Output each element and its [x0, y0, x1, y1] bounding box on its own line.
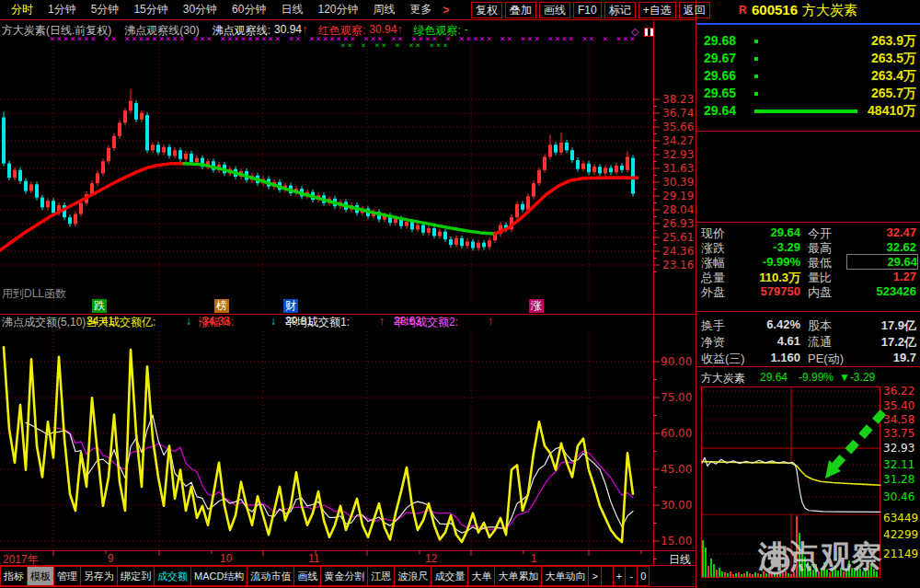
quote-label: 流通	[808, 334, 832, 351]
x-axis-tick-label: 12	[425, 552, 437, 565]
stock-name[interactable]: 方大炭素	[802, 2, 857, 19]
orderbook-volume-bar	[754, 57, 758, 61]
toolbar-button[interactable]: -	[625, 566, 638, 586]
toolbar-button[interactable]: 流动市值	[247, 566, 294, 586]
trading-app-window: 分时1分钟5分钟15分钟30分钟60分钟日线120分钟周线更多> 复权叠加画线F…	[0, 0, 920, 588]
menu-buttons: 复权叠加画线F10标记+自选返回	[471, 1, 713, 18]
main-axis-tick-label: 36.74	[662, 107, 694, 120]
menu-button[interactable]: F10	[573, 2, 602, 18]
orderbook-price[interactable]: 29.67	[704, 51, 736, 65]
toolbar-button[interactable]: 成交额	[154, 566, 191, 586]
toolbar-button[interactable]: 大单动向	[541, 566, 589, 586]
mini-price-tick-label: 30.46	[883, 490, 914, 503]
window-split-icon[interactable]	[644, 28, 654, 37]
x-axis-tick-label: 11	[308, 552, 319, 565]
toolbar-blank-cell[interactable]	[601, 566, 614, 586]
main-axis-tick-label: 34.27	[662, 134, 694, 147]
mini-chart-pct: -9.99%	[799, 371, 834, 384]
main-axis-tick-label: 38.23	[662, 93, 694, 106]
mini-price-tick-label: 32.93	[883, 442, 914, 455]
x-axis-tick-label: 1	[531, 552, 537, 565]
toolbar-button[interactable]: 0	[637, 566, 650, 586]
orderbook-volume: 263.5万	[791, 51, 916, 67]
instrument-label: 方大炭素(日线.前复权)	[2, 23, 111, 39]
mini-volume-tick-label: 63449	[883, 512, 918, 525]
orderbook-price[interactable]: 29.65	[704, 86, 736, 100]
toolbar-button[interactable]: +	[613, 566, 626, 586]
main-chart-canvas[interactable]	[0, 0, 696, 588]
main-axis-tick-label: 24.36	[662, 245, 694, 258]
menu-item-active[interactable]: 分时	[4, 2, 40, 17]
toolbar-button[interactable]: 指标	[0, 566, 28, 586]
toolbar-button[interactable]: MACD结构	[190, 566, 247, 586]
main-axis-tick-label: 35.66	[662, 121, 694, 133]
orderbook-price[interactable]: 29.68	[704, 33, 736, 48]
mini-price-tick-label: 35.40	[883, 399, 914, 412]
mini-price-tick-label: 31.28	[883, 473, 914, 486]
period-label[interactable]: 日线	[669, 552, 691, 568]
bottom-toolbar: 指标模板管理另存为绑定到成交额MACD结构流动市值画线黄金分割江恩波浪尺成交量大…	[0, 566, 696, 587]
period-menu-bar: 分时1分钟5分钟15分钟30分钟60分钟日线120分钟周线更多>	[4, 0, 454, 19]
toolbar-button[interactable]: 画线	[293, 566, 321, 586]
mini-price-tick-label: 32.11	[883, 458, 914, 471]
chart-signal-badge: 榜	[214, 299, 229, 313]
stock-code[interactable]: 600516	[752, 2, 798, 17]
down-arrow-icon: ↓	[186, 315, 191, 328]
menu-button[interactable]: 返回	[679, 2, 710, 18]
toolbar-button[interactable]: 绑定到	[117, 566, 155, 586]
main-axis-tick-label: 28.04	[662, 203, 694, 216]
menu-button[interactable]: 叠加	[505, 2, 536, 18]
toolbar-button[interactable]: 另存为	[80, 566, 118, 586]
x-axis-tick-label: 10	[220, 552, 232, 565]
quote-value: 17.2亿	[846, 334, 916, 351]
menu-item[interactable]: 1分钟	[40, 2, 84, 17]
mini-volume-tick-label: 42299	[883, 528, 918, 541]
orderbook-volume-bar	[754, 40, 758, 43]
signal-marks-green: ×× × ×× × ×× ×××	[340, 40, 450, 50]
quote-value: 6.42%	[736, 317, 800, 331]
toolbar-button[interactable]: 江恩	[367, 566, 395, 586]
orderbook-price[interactable]: 29.64	[704, 103, 736, 118]
chart-signal-badge: 涨	[529, 299, 544, 313]
quote-label: PE(动)	[808, 351, 844, 367]
chart-signal-badge: 财	[283, 299, 298, 313]
menu-item[interactable]: 5分钟	[84, 2, 127, 17]
diamond-icon[interactable]: ◇	[631, 26, 638, 38]
menu-item[interactable]: 60分钟	[224, 2, 273, 17]
quote-value: 29.64	[846, 254, 918, 270]
menu-button[interactable]: 复权	[471, 2, 502, 18]
toolbar-button[interactable]: 大单累加	[494, 566, 542, 586]
volume-axis-tick-label: 15.00	[661, 535, 692, 548]
menu-item[interactable]: 更多	[402, 2, 439, 17]
quote-value: 579750	[736, 284, 800, 298]
main-axis-tick-label: 26.93	[662, 217, 694, 230]
indicator-label[interactable]: 沸点观察线(30)	[124, 23, 199, 39]
orderbook-volume-bar	[754, 75, 758, 78]
toolbar-button[interactable]: 模板	[27, 566, 54, 586]
quote-value: 19.7	[846, 351, 916, 364]
toolbar-button[interactable]: 波浪尺	[394, 566, 431, 586]
indicator-name[interactable]: 沸点成交额(5,10)	[2, 315, 86, 330]
orderbook-price[interactable]: 29.66	[704, 68, 736, 83]
toolbar-button[interactable]: >	[588, 566, 601, 586]
menu-item[interactable]: 15分钟	[126, 2, 175, 17]
main-axis-tick-label: 30.39	[662, 176, 694, 189]
menu-item[interactable]: 周线	[365, 2, 402, 17]
menu-button[interactable]: 标记	[604, 2, 636, 18]
quote-value: 4.61	[736, 334, 800, 348]
toolbar-button[interactable]: 大单	[467, 566, 495, 586]
menu-item[interactable]: 120分钟	[310, 2, 365, 17]
toolbar-button[interactable]: 管理	[53, 566, 81, 586]
menu-button[interactable]: 画线	[539, 2, 570, 18]
mini-price-tick-label: 34.58	[883, 413, 914, 426]
menu-button[interactable]: +自选	[638, 2, 676, 18]
orderbook-volume: 263.9万	[791, 33, 916, 50]
quote-label: 外盘	[701, 284, 725, 301]
main-axis-tick-label: 32.93	[662, 148, 694, 161]
menu-item[interactable]: 30分钟	[176, 2, 224, 17]
menu-item[interactable]: 日线	[273, 2, 310, 17]
menu-more-arrow-icon[interactable]: >	[439, 4, 453, 17]
chart-header: 方大炭素(日线.前复权) 沸点观察线(30) 沸点观察线: 30.94 ↑ 红色…	[2, 23, 468, 39]
toolbar-button[interactable]: 成交量	[431, 566, 468, 586]
toolbar-button[interactable]: 黄金分割	[320, 566, 368, 586]
